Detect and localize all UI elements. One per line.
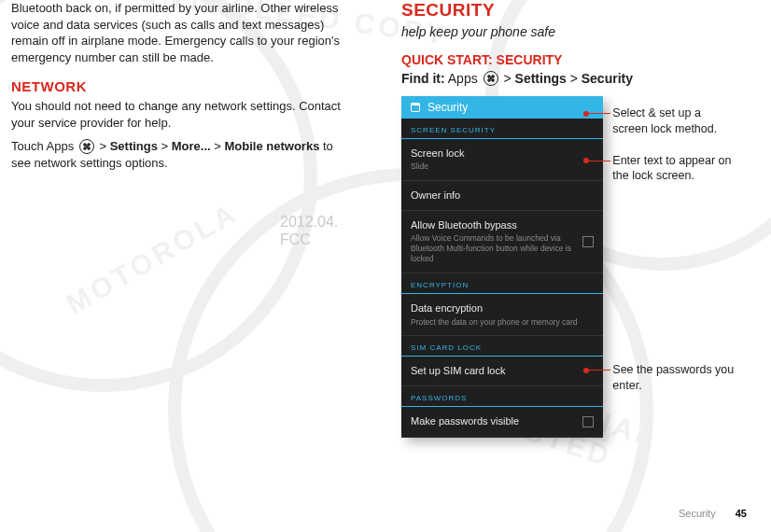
row-title: Make passwords visible — [411, 415, 594, 427]
section-screen-security: SCREEN SECURITY — [401, 119, 603, 139]
row-owner-info[interactable]: Owner info — [401, 181, 603, 211]
checkbox-icon[interactable] — [582, 416, 594, 427]
row-desc: Slide — [411, 161, 594, 172]
footer-label: Security — [679, 508, 716, 519]
phone-titlebar: Security — [401, 96, 603, 119]
phone-title: Security — [428, 101, 468, 114]
row-title: Owner info — [411, 189, 594, 202]
airplane-mode-text: Bluetooth back on, if permitted by your … — [11, 0, 345, 65]
quickstart-heading: QUICK START: SECURITY — [401, 52, 736, 67]
section-sim-lock: SIM CARD LOCK — [401, 336, 603, 357]
row-desc: Protect the data on your phone or memory… — [411, 317, 594, 328]
network-text: You should not need to change any networ… — [11, 98, 345, 131]
phone-screenshot: Security SCREEN SECURITY Screen lock Sli… — [401, 96, 603, 437]
network-heading: NETWORK — [11, 78, 345, 94]
callout-passwords: See the passwords you enter. — [612, 362, 736, 393]
page-footer: Security 45 — [679, 508, 747, 519]
row-bluetooth-bypass[interactable]: Allow Bluetooth bypass Allow Voice Comma… — [401, 211, 603, 273]
leader-line — [588, 113, 610, 114]
left-column: Bluetooth back on, if permitted by your … — [0, 0, 373, 438]
apps-icon — [79, 139, 94, 154]
callout-screen-lock: Select & set up a screen lock method. — [612, 105, 736, 136]
row-title: Set up SIM card lock — [411, 365, 594, 377]
find-it-line: Find it: Apps > Settings > Security — [401, 71, 736, 87]
section-encryption: ENCRYPTION — [401, 273, 603, 294]
row-sim-lock[interactable]: Set up SIM card lock — [401, 357, 603, 386]
row-title: Screen lock — [411, 147, 594, 160]
row-title: Allow Bluetooth bypass — [411, 219, 594, 231]
row-data-encryption[interactable]: Data encryption Protect the data on your… — [401, 294, 603, 336]
checkbox-icon[interactable] — [582, 236, 594, 247]
section-passwords: PASSWORDS — [401, 386, 603, 407]
security-subhead: help keep your phone safe — [401, 24, 736, 39]
row-pw-visible[interactable]: Make passwords visible — [401, 407, 603, 437]
page-number: 45 — [736, 508, 747, 519]
callouts: Select & set up a screen lock method. En… — [612, 105, 736, 393]
row-desc: Allow Voice Commands to be launched via … — [411, 233, 594, 263]
row-screen-lock[interactable]: Screen lock Slide — [401, 139, 603, 181]
security-heading: SECURITY — [401, 0, 736, 21]
apps-icon — [484, 71, 498, 86]
network-path-text: Touch Apps > Settings > More... > Mobile… — [11, 138, 345, 171]
security-icon — [409, 101, 422, 114]
leader-line — [588, 161, 610, 161]
right-column: SECURITY help keep your phone safe QUICK… — [373, 0, 747, 438]
row-title: Data encryption — [411, 302, 594, 315]
callout-owner-info: Enter text to appear on the lock screen. — [612, 153, 736, 184]
leader-line — [588, 370, 610, 371]
